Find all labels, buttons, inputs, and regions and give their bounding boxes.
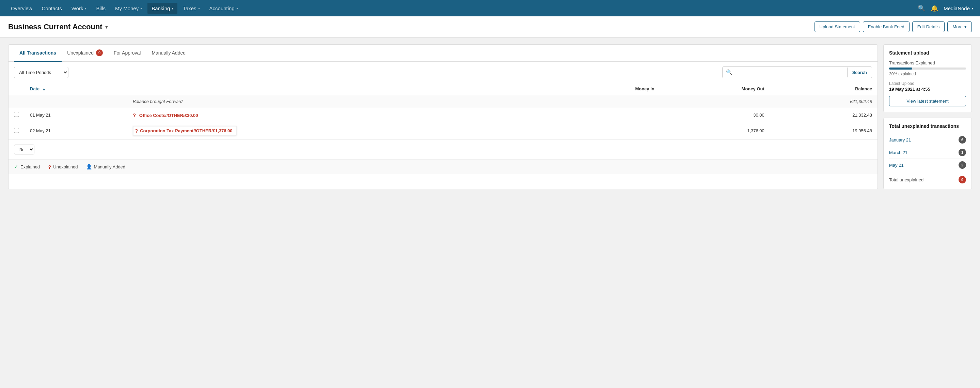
check-icon: ✓ xyxy=(14,164,18,170)
unexplained-badge: 9 xyxy=(96,49,103,56)
row1-desc: ? Office Costs//OTHER/£30.00 xyxy=(127,108,562,122)
more-chevron-icon: ▾ xyxy=(964,24,967,29)
upload-statement-button[interactable]: Upload Statement xyxy=(815,21,860,32)
table-row-balance-forward: Balance brought Forward £21,362.48 xyxy=(8,95,878,108)
accounting-chevron-icon: ▾ xyxy=(236,6,238,10)
unexplained-list: January 21 6 March 21 1 May 21 2 xyxy=(889,134,966,171)
per-page-select[interactable]: 25 50 100 xyxy=(14,145,34,155)
nav-item-banking[interactable]: Banking ▾ xyxy=(148,3,177,14)
total-unexplained-label: Total unexplained xyxy=(889,177,923,182)
balance-forward-amount: £21,362.48 xyxy=(770,95,878,108)
unexplained-month-january: January 21 6 xyxy=(889,134,966,146)
legend-manually-added: 👤 Manually Added xyxy=(86,164,126,170)
legend-unexplained: ? Unexplained xyxy=(48,164,78,170)
question-icon: ? xyxy=(48,164,51,170)
date-sort-icon: ▲ xyxy=(42,87,46,91)
total-unexplained-row: Total unexplained 9 xyxy=(889,172,966,184)
row2-money-out: 1,376.00 xyxy=(660,122,770,140)
unexplained-month-may: May 21 2 xyxy=(889,159,966,171)
highlight-box: ? Corporation Tax Payment//OTHER/£1,376.… xyxy=(133,126,237,136)
search-input[interactable] xyxy=(736,67,847,77)
row1-checkbox[interactable] xyxy=(14,112,19,117)
row2-unexplained-icon: ? xyxy=(135,128,138,134)
row1-balance: 21,332.48 xyxy=(770,108,878,122)
balance-forward-label: Balance brought Forward xyxy=(127,95,562,108)
nav-item-work[interactable]: Work ▾ xyxy=(67,3,91,14)
mymoney-chevron-icon: ▾ xyxy=(140,6,142,10)
period-select[interactable]: All Time Periods This Month Last Month T… xyxy=(14,67,68,78)
row1-money-out: 30.00 xyxy=(660,108,770,122)
statement-upload-title: Statement upload xyxy=(889,50,966,56)
legend-explained: ✓ Explained xyxy=(14,164,40,170)
latest-upload-date: 19 May 2021 at 4:55 xyxy=(889,86,966,92)
more-button[interactable]: More ▾ xyxy=(947,21,972,32)
row1-link[interactable]: Office Costs//OTHER/£30.00 xyxy=(139,113,198,118)
march-link[interactable]: March 21 xyxy=(889,150,907,155)
right-panel: Statement upload Transactions Explained … xyxy=(883,44,972,189)
total-unexplained-badge: 9 xyxy=(959,176,966,184)
latest-upload-label: Latest Upload xyxy=(889,81,966,86)
top-nav: Overview Contacts Work ▾ Bills My Money … xyxy=(0,0,980,16)
search-button[interactable]: Search xyxy=(847,67,872,77)
search-icon[interactable]: 🔍 xyxy=(918,5,925,12)
may-link[interactable]: May 21 xyxy=(889,163,904,168)
main-layout: All Transactions Unexplained 9 For Appro… xyxy=(0,37,980,196)
nav-item-contacts[interactable]: Contacts xyxy=(38,3,66,14)
edit-details-button[interactable]: Edit Details xyxy=(912,21,945,32)
may-count-badge: 2 xyxy=(959,161,966,169)
nav-item-bills[interactable]: Bills xyxy=(92,3,110,14)
filter-row: All Time Periods This Month Last Month T… xyxy=(8,62,878,83)
nav-item-mymoney[interactable]: My Money ▾ xyxy=(111,3,146,14)
account-chevron-icon: ▾ xyxy=(105,24,108,30)
table-row: 01 May 21 ? Office Costs//OTHER/£30.00 3… xyxy=(8,108,878,122)
col-date[interactable]: Date ▲ xyxy=(24,83,127,95)
banking-chevron-icon: ▾ xyxy=(172,6,173,10)
row1-unexplained-icon: ? xyxy=(133,112,136,118)
table-row: 02 May 21 ? Corporation Tax Payment//OTH… xyxy=(8,122,878,140)
progress-bar-fill xyxy=(889,67,912,70)
january-link[interactable]: January 21 xyxy=(889,137,911,142)
col-money-out: Money Out xyxy=(660,83,770,95)
col-money-in: Money In xyxy=(562,83,660,95)
taxes-chevron-icon: ▾ xyxy=(198,6,200,10)
col-balance: Balance xyxy=(770,83,878,95)
legend: ✓ Explained ? Unexplained 👤 Manually Add… xyxy=(8,159,878,174)
statement-upload-card: Statement upload Transactions Explained … xyxy=(883,44,972,112)
row2-desc: ? Corporation Tax Payment//OTHER/£1,376.… xyxy=(127,122,562,140)
row2-money-in xyxy=(562,122,660,140)
search-box: 🔍 Search xyxy=(722,67,872,78)
bell-icon[interactable]: 🔔 xyxy=(931,5,938,12)
view-latest-statement-button[interactable]: View latest statement xyxy=(889,96,966,106)
march-count-badge: 1 xyxy=(959,148,966,156)
sub-header-actions: Upload Statement Enable Bank Feed Edit D… xyxy=(815,21,972,32)
tab-manually-added[interactable]: Manually Added xyxy=(146,45,191,62)
nav-item-accounting[interactable]: Accounting ▾ xyxy=(205,3,242,14)
user-chevron-icon: ▾ xyxy=(972,6,973,10)
transactions-explained-label: Transactions Explained xyxy=(889,60,966,65)
transactions-panel: All Transactions Unexplained 9 For Appro… xyxy=(8,44,878,189)
unexplained-panel-card: Total unexplained transactions January 2… xyxy=(883,118,972,189)
row2-link[interactable]: Corporation Tax Payment//OTHER/£1,376.00 xyxy=(140,128,232,133)
nav-item-taxes[interactable]: Taxes ▾ xyxy=(179,3,204,14)
account-title[interactable]: Business Current Account ▾ xyxy=(8,22,108,31)
nav-icons: 🔍 🔔 MediaNode ▾ xyxy=(918,5,973,12)
search-icon: 🔍 xyxy=(722,67,736,78)
tab-all-transactions[interactable]: All Transactions xyxy=(14,45,62,62)
nav-item-overview[interactable]: Overview xyxy=(7,3,37,14)
january-count-badge: 6 xyxy=(959,136,966,144)
work-chevron-icon: ▾ xyxy=(85,6,86,10)
user-menu[interactable]: MediaNode ▾ xyxy=(943,5,973,11)
enable-bank-feed-button[interactable]: Enable Bank Feed xyxy=(863,21,910,32)
user-icon: 👤 xyxy=(86,164,92,169)
tab-unexplained[interactable]: Unexplained 9 xyxy=(62,45,108,62)
row2-checkbox[interactable] xyxy=(14,128,19,133)
transactions-table: Date ▲ Money In Money Out Balance B xyxy=(8,83,878,140)
row1-money-in xyxy=(562,108,660,122)
unexplained-month-march: March 21 1 xyxy=(889,146,966,159)
row1-date: 01 May 21 xyxy=(24,108,127,122)
tabs: All Transactions Unexplained 9 For Appro… xyxy=(8,45,878,62)
unexplained-panel-title: Total unexplained transactions xyxy=(889,123,966,129)
tab-for-approval[interactable]: For Approval xyxy=(108,45,146,62)
row2-date: 02 May 21 xyxy=(24,122,127,140)
sub-header: Business Current Account ▾ Upload Statem… xyxy=(0,16,980,37)
